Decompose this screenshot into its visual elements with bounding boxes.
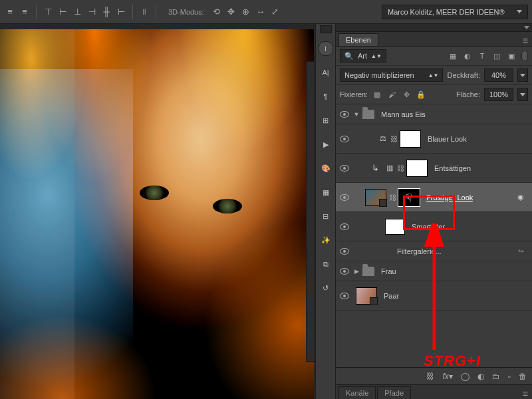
align-left-icon[interactable]: ⊣	[86, 6, 98, 18]
folder-icon	[362, 110, 374, 119]
align-vcenter-icon[interactable]: ⊢	[57, 6, 68, 18]
layers-list: ▼ Mann aus Eis ⛓ Blauer Look ↳ ▥ ⛓ Entsä…	[336, 104, 532, 367]
layer-entsaettigen[interactable]: ↳ ▥ ⛓ Entsättigen	[336, 154, 532, 183]
clone-panel-icon[interactable]: ⧉	[319, 257, 333, 271]
slide-icon[interactable]: ↔	[255, 6, 267, 18]
collapsed-panel-dock: i A| ¶ ⊞ ▶ 🎨 ▦ ⊟ ✨ ⧉ ↺	[315, 24, 335, 399]
mask-thumbnail[interactable]	[406, 160, 428, 177]
align-top-icon[interactable]: ⊤	[42, 6, 54, 18]
tab-layers[interactable]: Ebenen	[338, 33, 378, 46]
lock-label: Fixieren:	[340, 90, 368, 98]
character-panel-icon[interactable]: A|	[319, 65, 333, 80]
tab-paths[interactable]: Pfade	[377, 386, 411, 399]
align-icon[interactable]: ≡	[19, 6, 31, 18]
move-icon[interactable]: ⊕	[240, 6, 252, 18]
panel-menu-icon[interactable]: ≡	[523, 35, 528, 46]
visibility-toggle[interactable]	[336, 194, 353, 201]
layer-fx-icon[interactable]: fx▾	[442, 372, 452, 381]
lock-position-icon[interactable]: ✥	[401, 89, 412, 100]
add-mask-icon[interactable]: ◯	[461, 372, 469, 381]
search-icon: 🔍	[344, 52, 354, 61]
new-fill-adjust-icon[interactable]: ◐	[477, 372, 484, 381]
workspace-label: Marco Kolditz, MEER DER IDEEN®	[388, 8, 505, 16]
mask-thumbnail[interactable]: ☟	[398, 189, 420, 206]
layer-blauer-look[interactable]: ⛓ Blauer Look	[336, 124, 532, 154]
layer-filter-kind[interactable]: 🔍 Art ▲▼	[340, 49, 386, 63]
layer-paar[interactable]: Paar	[336, 281, 532, 311]
opacity-value[interactable]: 40%	[484, 68, 513, 82]
lock-all-icon[interactable]: 🔒	[416, 89, 426, 100]
filter-toggle-icon[interactable]	[521, 51, 528, 61]
link-mask-icon[interactable]: ⛓	[397, 164, 404, 172]
align-right-icon[interactable]: ⊢	[115, 6, 127, 18]
brush-panel-icon[interactable]: ⊟	[319, 209, 333, 223]
layer-thumbnail[interactable]	[365, 189, 386, 206]
visibility-toggle[interactable]	[336, 165, 353, 172]
visibility-toggle[interactable]	[336, 111, 353, 118]
link-layers-icon[interactable]: ⛓	[426, 372, 434, 381]
mask-thumbnail[interactable]	[400, 130, 421, 148]
filter-adjust-icon[interactable]: ◐	[463, 51, 472, 61]
disclosure-icon[interactable]: ▼	[353, 111, 360, 118]
delete-layer-icon[interactable]: 🗑	[519, 372, 527, 381]
new-group-icon[interactable]: 🗀	[492, 372, 500, 381]
fill-flyout[interactable]	[517, 88, 528, 101]
pan-icon[interactable]: ✥	[225, 6, 237, 18]
layer-thumbnail[interactable]	[356, 287, 377, 305]
info-panel-icon[interactable]: i	[319, 41, 333, 56]
align-hcenter-icon[interactable]: ╫	[100, 6, 112, 18]
orbit-icon[interactable]: ⟲	[211, 6, 223, 18]
link-mask-icon[interactable]: ⛓	[390, 135, 397, 143]
visibility-toggle[interactable]	[336, 268, 353, 275]
history-panel-icon[interactable]: ↺	[319, 281, 333, 295]
swatches-panel-icon[interactable]: ⊞	[319, 113, 333, 128]
visibility-toggle[interactable]	[336, 293, 353, 299]
filter-type-icon[interactable]: T	[477, 51, 487, 61]
paragraph-panel-icon[interactable]: ¶	[319, 89, 333, 104]
adjust-panel-icon[interactable]: ✨	[319, 233, 333, 247]
actions-panel-icon[interactable]: ▶	[319, 137, 333, 152]
fill-label: Fläche:	[456, 90, 480, 98]
filter-mask-thumbnail[interactable]	[385, 219, 405, 235]
tab-channels[interactable]: Kanäle	[338, 386, 376, 399]
opacity-label: Deckkraft:	[447, 71, 480, 79]
align-bottom-icon[interactable]: ⊥	[71, 6, 83, 18]
canvas-scrollbar[interactable]	[306, 61, 315, 361]
layer-smartfilter[interactable]: Smartfilter	[336, 212, 532, 241]
clip-indicator-icon: ↳	[369, 162, 381, 174]
filter-shape-icon[interactable]: ◫	[492, 51, 501, 61]
fill-value[interactable]: 100%	[484, 88, 513, 101]
workspace-switcher[interactable]: Marco Kolditz, MEER DER IDEEN®	[382, 5, 528, 19]
link-mask-icon[interactable]: ⛓	[389, 194, 396, 201]
filter-smart-icon[interactable]: ▣	[507, 51, 516, 61]
layer-group-mann-aus-eis[interactable]: ▼ Mann aus Eis	[336, 104, 532, 124]
panel-menu-icon[interactable]: ≡	[523, 388, 528, 399]
distribute-icon[interactable]: ⫴	[138, 6, 150, 18]
document-canvas[interactable]	[0, 24, 315, 399]
lock-pixels-icon[interactable]: 🖌	[386, 89, 397, 100]
visibility-toggle[interactable]	[336, 248, 353, 255]
lock-transparent-icon[interactable]: ▩	[372, 89, 382, 100]
filter-pixel-icon[interactable]: ▦	[448, 51, 458, 61]
folder-icon	[362, 267, 374, 276]
filter-settings-icon[interactable]: ⥊	[515, 245, 527, 257]
color-balance-icon	[377, 133, 389, 145]
color-panel-icon[interactable]: 🎨	[319, 161, 333, 176]
visibility-toggle[interactable]	[336, 136, 353, 142]
blend-mode-dropdown[interactable]: Negativ multiplizieren ▲▼	[340, 68, 443, 82]
align-icon[interactable]: ≡	[4, 6, 16, 18]
hue-sat-icon: ▥	[384, 162, 396, 174]
layer-filtergalerie[interactable]: Filtergalerie... ⥊	[336, 241, 532, 261]
styles-panel-icon[interactable]: ▦	[319, 185, 333, 200]
new-layer-icon[interactable]: ▫	[508, 372, 511, 381]
disclosure-icon[interactable]: ▶	[353, 268, 360, 275]
opacity-flyout[interactable]	[517, 68, 528, 82]
chevron-down-icon	[517, 10, 522, 13]
scale-icon[interactable]: ⤢	[269, 6, 281, 18]
visibility-toggle[interactable]	[336, 223, 353, 230]
smart-filter-badge-icon: ◉	[515, 192, 527, 203]
layer-frostiger-look[interactable]: ⛓ ☟ Frostiger Look ◉	[336, 183, 532, 212]
mode-3d-label: 3D-Modus:	[168, 8, 204, 16]
layer-group-frau[interactable]: ▶ Frau	[336, 261, 532, 281]
annotation-text: STRG+I	[424, 352, 481, 370]
